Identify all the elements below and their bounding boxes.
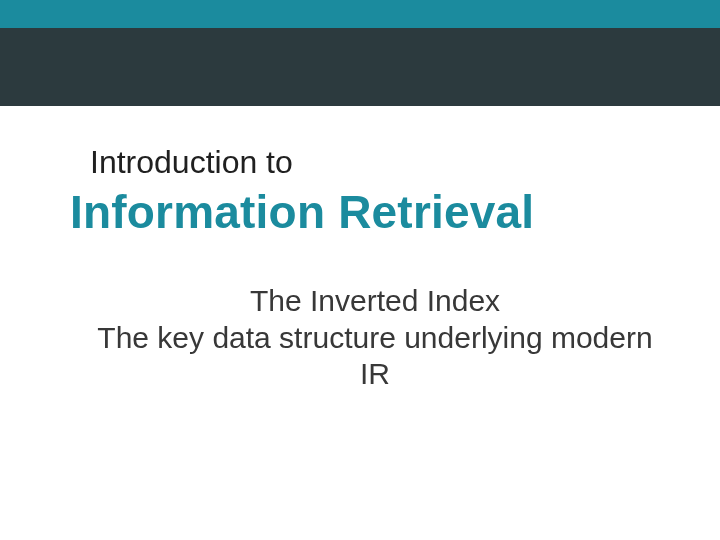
slide-eyebrow: Introduction to [90, 144, 680, 181]
slide-subtitle-line2: The key data structure underlying modern… [95, 320, 655, 393]
slide-title: Information Retrieval [70, 185, 680, 239]
slide-content: Introduction to Information Retrieval Th… [0, 106, 720, 393]
slide-subtitle-block: The Inverted Index The key data structur… [95, 283, 655, 393]
slide-subtitle-line1: The Inverted Index [95, 283, 655, 320]
top-accent-bar [0, 0, 720, 28]
dark-header-band [0, 28, 720, 106]
